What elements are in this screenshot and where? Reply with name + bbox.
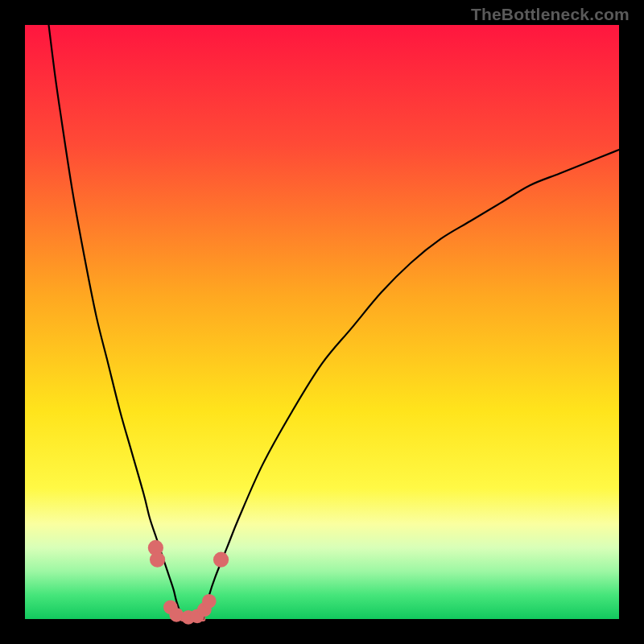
series-right-branch: [203, 150, 619, 619]
chart-frame: TheBottleneck.com: [0, 0, 644, 644]
watermark-text: TheBottleneck.com: [471, 5, 630, 24]
markers-layer: [148, 540, 229, 625]
chart-svg: [25, 25, 619, 619]
marker-point: [150, 552, 165, 568]
marker-point: [213, 552, 229, 568]
marker-point: [169, 608, 184, 622]
marker-point: [202, 594, 217, 609]
series-layer: [49, 25, 619, 619]
series-left-branch: [49, 25, 183, 619]
